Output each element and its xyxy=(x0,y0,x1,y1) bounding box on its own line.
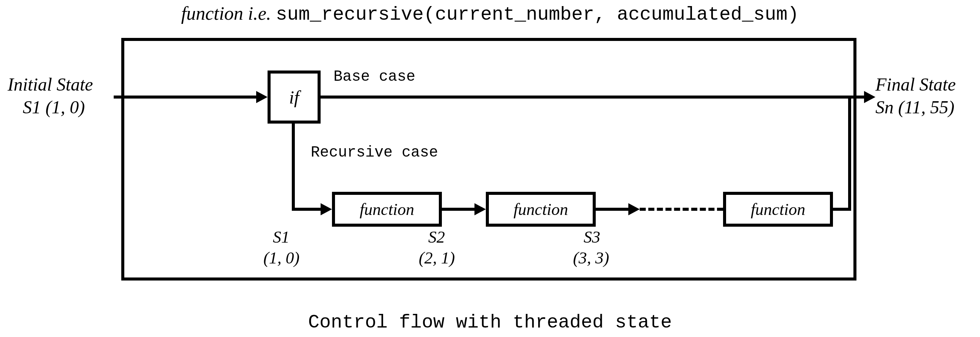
base-case-label: Base case xyxy=(334,68,415,85)
caption: Control flow with threaded state xyxy=(0,312,980,333)
edge-in-arrow xyxy=(256,91,267,103)
edge-f2-dash-arrow xyxy=(628,203,640,215)
edge-f3-up xyxy=(848,95,851,211)
state-s2-val: (2, 1) xyxy=(419,248,455,268)
recursive-case-label: Recursive case xyxy=(311,144,438,161)
title: function i.e. sum_recursive(current_numb… xyxy=(0,2,980,25)
function-node-1: function xyxy=(332,192,442,227)
title-signature: sum_recursive(current_number, accumulate… xyxy=(276,4,799,25)
function-outer-rect xyxy=(121,38,856,281)
state-s3-name: S3 xyxy=(584,227,600,247)
edge-f2-dash xyxy=(596,208,630,211)
edge-base-to-out xyxy=(321,95,866,99)
final-state-label: Final State xyxy=(875,74,956,95)
function-node-1-label: function xyxy=(360,200,414,219)
if-node: if xyxy=(267,70,321,124)
edge-to-f1-arrow xyxy=(321,203,332,215)
state-s3-val: (3, 3) xyxy=(573,248,609,268)
final-state-value: Sn (11, 55) xyxy=(875,97,954,118)
function-node-3: function xyxy=(723,192,833,227)
if-label: if xyxy=(289,87,299,108)
title-prefix: function i.e. xyxy=(181,3,276,24)
edge-f1-f2-arrow xyxy=(474,203,486,215)
state-s2-name: S2 xyxy=(428,227,445,247)
edge-if-down xyxy=(292,124,295,211)
function-node-2-label: function xyxy=(514,200,568,219)
initial-state-label: Initial State xyxy=(8,74,93,95)
edge-in xyxy=(114,95,258,99)
initial-state-value: S1 (1, 0) xyxy=(23,97,85,118)
state-s1-name: S1 xyxy=(273,227,290,247)
function-node-3-label: function xyxy=(751,200,805,219)
diagram-stage: { "title": { "prefix": "function i.e. ",… xyxy=(0,0,980,337)
edge-f1-f2 xyxy=(442,208,476,211)
edge-out-arrow xyxy=(864,91,875,103)
edge-to-f1 xyxy=(292,208,322,211)
state-s1-val: (1, 0) xyxy=(263,248,299,268)
edge-dashed xyxy=(640,208,723,211)
function-node-2: function xyxy=(486,192,596,227)
